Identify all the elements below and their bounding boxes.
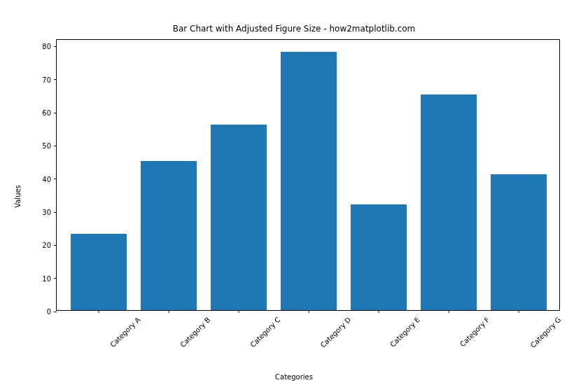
y-axis-label: Values bbox=[13, 0, 22, 392]
y-tick-label: 30 bbox=[42, 209, 57, 216]
bar bbox=[281, 52, 337, 310]
x-tick-label: Category D bbox=[319, 316, 353, 349]
x-tick-label: Category F bbox=[458, 316, 491, 348]
x-tick-mark bbox=[449, 310, 449, 313]
y-tick-label: 60 bbox=[42, 109, 57, 117]
x-tick-label: Category G bbox=[529, 316, 563, 349]
y-tick-label: 80 bbox=[42, 43, 57, 50]
x-tick-mark bbox=[309, 310, 309, 313]
x-tick-label: Category B bbox=[178, 316, 211, 349]
x-tick-mark bbox=[519, 310, 519, 313]
y-tick-label: 20 bbox=[42, 241, 57, 249]
x-tick-mark bbox=[239, 310, 239, 313]
bar bbox=[141, 161, 197, 310]
bars-container bbox=[57, 40, 559, 310]
x-tick-mark bbox=[169, 310, 169, 313]
bar bbox=[491, 174, 547, 310]
x-axis-label: Categories bbox=[0, 373, 588, 381]
x-tick-label: Category C bbox=[248, 316, 281, 349]
x-tick-mark bbox=[379, 310, 379, 313]
figure: Bar Chart with Adjusted Figure Size - ho… bbox=[0, 0, 588, 392]
y-tick-label: 50 bbox=[42, 142, 57, 150]
y-tick-label: 0 bbox=[47, 308, 57, 316]
bar bbox=[211, 125, 267, 310]
x-tick-label: Category A bbox=[108, 316, 141, 349]
plot-area: 01020304050607080Category ACategory BCat… bbox=[56, 39, 560, 311]
bar bbox=[351, 204, 407, 310]
chart-title: Bar Chart with Adjusted Figure Size - ho… bbox=[0, 24, 588, 34]
y-tick-label: 70 bbox=[42, 76, 57, 83]
bar bbox=[71, 234, 127, 310]
y-tick-label: 40 bbox=[42, 175, 57, 183]
x-tick-mark bbox=[99, 310, 99, 313]
bar bbox=[421, 94, 477, 310]
y-tick-label: 10 bbox=[42, 274, 57, 282]
x-tick-label: Category E bbox=[388, 316, 421, 349]
